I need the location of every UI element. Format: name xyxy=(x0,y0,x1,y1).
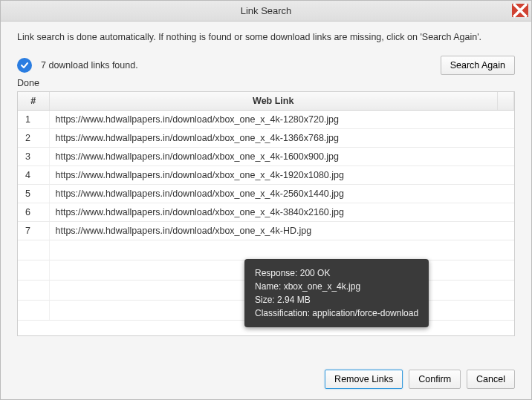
status-done-text: Done xyxy=(17,78,515,88)
row-url: https://www.hdwallpapers.in/download/xbo… xyxy=(49,185,498,203)
table-row[interactable]: 7https://www.hdwallpapers.in/download/xb… xyxy=(18,222,514,240)
row-spacer xyxy=(498,148,514,166)
row-spacer xyxy=(498,203,514,222)
column-header-spacer xyxy=(498,92,514,111)
row-url: https://www.hdwallpapers.in/download/xbo… xyxy=(49,148,498,166)
instructions-text: Link search is done automatically. If no… xyxy=(17,32,515,42)
cancel-button[interactable]: Cancel xyxy=(467,370,515,389)
table-row[interactable]: 5https://www.hdwallpapers.in/download/xb… xyxy=(18,185,514,203)
titlebar: Link Search xyxy=(1,1,531,22)
table-row[interactable]: 1https://www.hdwallpapers.in/download/xb… xyxy=(18,111,514,129)
close-icon xyxy=(512,2,528,19)
row-num: 2 xyxy=(18,129,49,148)
search-again-button[interactable]: Search Again xyxy=(441,56,515,75)
status-found-text: 7 download links found. xyxy=(41,60,441,71)
window-title: Link Search xyxy=(241,5,292,16)
column-header-num[interactable]: # xyxy=(18,92,49,111)
row-num: 4 xyxy=(18,166,49,185)
row-spacer xyxy=(498,222,514,240)
tooltip-response: Response: 200 OK xyxy=(255,266,418,280)
dialog-window: Link Search Link search is done automati… xyxy=(0,0,532,400)
row-url: https://www.hdwallpapers.in/download/xbo… xyxy=(49,222,498,240)
row-spacer xyxy=(498,111,514,129)
remove-links-button[interactable]: Remove Links xyxy=(325,370,403,389)
table-row[interactable]: 4https://www.hdwallpapers.in/download/xb… xyxy=(18,166,514,185)
table-row-empty xyxy=(18,240,514,260)
row-num: 3 xyxy=(18,148,49,166)
row-url: https://www.hdwallpapers.in/download/xbo… xyxy=(49,166,498,185)
row-url: https://www.hdwallpapers.in/download/xbo… xyxy=(49,111,498,129)
tooltip-size: Size: 2.94 MB xyxy=(255,293,418,306)
footer-buttons: Remove Links Confirm Cancel xyxy=(325,370,515,389)
row-url: https://www.hdwallpapers.in/download/xbo… xyxy=(49,203,498,222)
table-row[interactable]: 6https://www.hdwallpapers.in/download/xb… xyxy=(18,203,514,222)
table-row[interactable]: 3https://www.hdwallpapers.in/download/xb… xyxy=(18,148,514,166)
row-num: 1 xyxy=(18,111,49,129)
tooltip-classification: Classification: application/force-downlo… xyxy=(255,306,418,320)
row-spacer xyxy=(498,185,514,203)
row-spacer xyxy=(498,166,514,185)
row-spacer xyxy=(498,129,514,148)
tooltip-name: Name: xbox_one_x_4k.jpg xyxy=(255,280,418,293)
row-num: 7 xyxy=(18,222,49,240)
status-row: 7 download links found. Search Again xyxy=(17,56,515,75)
close-button[interactable] xyxy=(512,4,528,17)
row-num: 5 xyxy=(18,185,49,203)
check-icon xyxy=(17,58,32,73)
link-tooltip: Response: 200 OK Name: xbox_one_x_4k.jpg… xyxy=(244,259,429,327)
confirm-button[interactable]: Confirm xyxy=(409,370,461,389)
column-header-link[interactable]: Web Link xyxy=(49,92,498,111)
table-row[interactable]: 2https://www.hdwallpapers.in/download/xb… xyxy=(18,129,514,148)
row-num: 6 xyxy=(18,203,49,222)
row-url: https://www.hdwallpapers.in/download/xbo… xyxy=(49,129,498,148)
